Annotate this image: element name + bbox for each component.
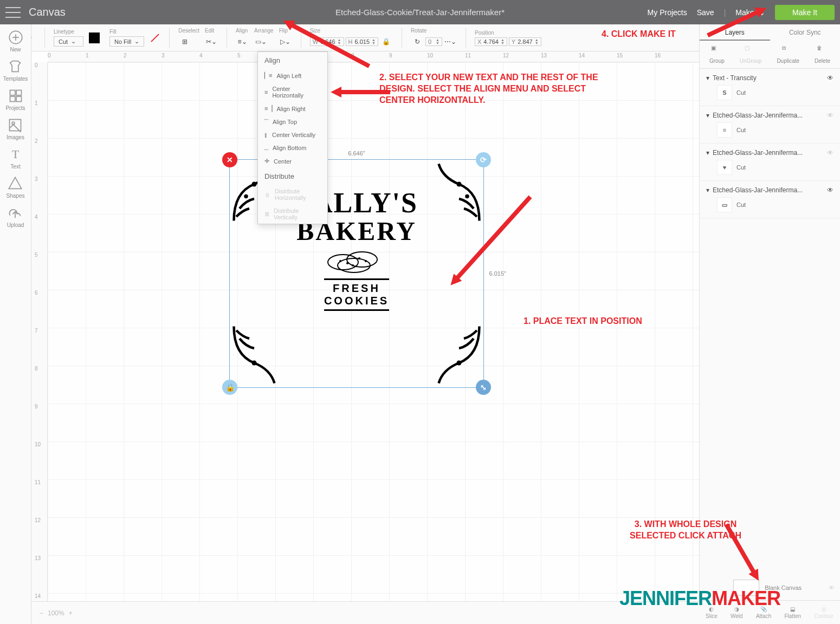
linetype-dropdown[interactable]: Cut⌄: [54, 36, 83, 47]
plus-icon: [8, 30, 23, 45]
make-it-button[interactable]: Make It: [775, 5, 835, 20]
svg-rect-6: [16, 96, 21, 101]
svg-point-14: [465, 194, 469, 199]
layer-item[interactable]: ▾Etched-Glass-Jar-Jenniferma...👁▭Cut: [700, 181, 840, 218]
shapes-icon: [8, 176, 23, 191]
ruler-vertical: 01234567891011121314: [31, 62, 48, 601]
contour-icon: ◎: [822, 606, 826, 612]
layer-action: Cut: [736, 164, 746, 171]
distribute-horizontally-item: ⫼Distribute Horizontally: [258, 185, 327, 204]
delete-button[interactable]: 🗑Delete: [815, 45, 830, 64]
layer-thumb: ▭: [717, 197, 732, 212]
height-input[interactable]: H6.015▲▼: [346, 37, 378, 46]
sidebar-projects[interactable]: Projects: [5, 88, 25, 111]
center-vertically-item[interactable]: ⫿Center Vertically: [258, 128, 327, 141]
svg-rect-5: [10, 96, 15, 101]
center-item[interactable]: ✛Center: [258, 154, 327, 168]
menu-icon[interactable]: [5, 7, 21, 18]
cookies-icon: [321, 246, 392, 273]
align-top-icon: ⎴: [264, 119, 268, 125]
distribute-vertically-item: ≣Distribute Vertically: [258, 204, 327, 224]
left-sidebar: New Templates Projects Images TText Shap…: [0, 24, 31, 624]
fill-swatch[interactable]: [150, 32, 160, 43]
duplicate-button[interactable]: ⧉Duplicate: [777, 45, 799, 64]
visibility-toggle-icon[interactable]: 👁: [827, 74, 833, 82]
sidebar-templates[interactable]: Templates: [3, 59, 28, 82]
chevron-down-icon[interactable]: ▾: [706, 112, 709, 119]
distribute-section-header: Distribute: [258, 168, 327, 185]
arrange-dropdown[interactable]: ▭⌄: [254, 35, 267, 48]
app-title: Canvas: [29, 6, 66, 18]
align-left-item[interactable]: ▏≡Align Left: [258, 69, 327, 82]
visibility-toggle-icon[interactable]: 👁: [827, 112, 833, 119]
my-projects-link[interactable]: My Projects: [648, 8, 687, 17]
sidebar-text[interactable]: TText: [8, 147, 23, 170]
chevron-down-icon[interactable]: ▾: [706, 186, 709, 194]
rotate-icon[interactable]: ↻: [411, 35, 424, 48]
rotate-input[interactable]: 0▲▼: [425, 37, 442, 46]
svg-rect-7: [10, 120, 21, 131]
zoom-controls[interactable]: −100%+: [40, 609, 73, 617]
layer-action: Cut: [736, 89, 746, 96]
fill-dropdown[interactable]: No Fill⌄: [109, 36, 144, 47]
linetype-label: Linetype: [54, 29, 83, 35]
flip-dropdown[interactable]: ▷⌄: [279, 35, 292, 48]
svg-rect-3: [10, 90, 15, 95]
layer-name: Etched-Glass-Jar-Jenniferma...: [713, 112, 803, 119]
sidebar-shapes[interactable]: Shapes: [7, 176, 25, 199]
layer-thumb: ♥: [717, 160, 732, 175]
tab-colorsync[interactable]: Color Sync: [770, 24, 841, 41]
visibility-toggle-icon[interactable]: 👁: [827, 149, 833, 157]
zoom-out-icon[interactable]: −: [40, 609, 43, 617]
flatten-icon: ⬓: [790, 606, 795, 612]
more-dropdown[interactable]: ⋯⌄: [444, 35, 457, 48]
visibility-toggle-icon[interactable]: 👁: [829, 584, 835, 591]
watermark: JENNIFERMAKER: [619, 587, 780, 610]
layer-item[interactable]: ▾Text - Transcity👁SCut: [700, 69, 840, 106]
rotate-label: Rotate: [411, 28, 457, 34]
svg-point-20: [339, 260, 341, 262]
center-horizontally-item[interactable]: ≡Center Horizontally: [258, 82, 327, 102]
layer-name: Text - Transcity: [713, 74, 757, 82]
chevron-down-icon[interactable]: ▾: [706, 74, 709, 82]
align-dropdown[interactable]: ≡⌄: [236, 35, 249, 48]
layer-name: Etched-Glass-Jar-Jenniferma...: [713, 186, 803, 194]
selection-width-label: 6.646": [348, 150, 365, 157]
duplicate-icon: ⧉: [782, 45, 794, 57]
align-bottom-item[interactable]: ⎵Align Bottom: [258, 141, 327, 154]
layer-item[interactable]: ▾Etched-Glass-Jar-Jenniferma...👁≡Cut: [700, 106, 840, 144]
ruler-horizontal: 012345678910111213141516: [48, 51, 699, 62]
dist-v-icon: ≣: [264, 211, 269, 218]
sidebar-new[interactable]: New: [8, 30, 23, 53]
contour-button: ◎Contour: [814, 606, 833, 619]
lock-aspect-icon[interactable]: 🔒: [380, 35, 393, 48]
align-top-item[interactable]: ⎴Align Top: [258, 115, 327, 128]
chevron-down-icon[interactable]: ▾: [706, 149, 709, 157]
bottom-bar: −100%+: [31, 601, 699, 624]
align-right-icon: ≡▕: [264, 105, 272, 112]
grid-icon: [8, 88, 23, 103]
edit-dropdown[interactable]: ✂⌄: [205, 35, 218, 48]
design-line-3: FRESHCOOKIES: [230, 273, 483, 311]
group-button[interactable]: ▣Group: [709, 45, 725, 64]
align-right-item[interactable]: ≡▕Align Right: [258, 102, 327, 115]
svg-point-22: [358, 257, 360, 259]
svg-point-17: [328, 255, 358, 270]
layer-item[interactable]: ▾Etched-Glass-Jar-Jenniferma...👁♥Cut: [700, 144, 840, 181]
align-left-icon: ▏≡: [264, 72, 272, 79]
align-bottom-icon: ⎵: [264, 145, 268, 151]
sidebar-images[interactable]: Images: [7, 118, 24, 140]
flatten-button[interactable]: ⬓Flatten: [784, 606, 801, 619]
arrange-label: Arrange: [254, 28, 274, 34]
y-input[interactable]: Y2.847▲▼: [509, 37, 541, 46]
save-link[interactable]: Save: [697, 8, 714, 17]
sidebar-upload[interactable]: Upload: [7, 205, 24, 228]
layer-action: Cut: [736, 202, 746, 208]
canvas-area[interactable]: 012345678910111213141516 012345678910111…: [31, 51, 699, 601]
svg-point-12: [244, 194, 248, 199]
zoom-in-icon[interactable]: +: [69, 609, 73, 617]
visibility-toggle-icon[interactable]: 👁: [827, 186, 833, 194]
linetype-color-swatch[interactable]: [89, 32, 100, 43]
x-input[interactable]: X4.764▲▼: [475, 37, 507, 46]
deselect-button[interactable]: ⊞: [178, 35, 191, 48]
